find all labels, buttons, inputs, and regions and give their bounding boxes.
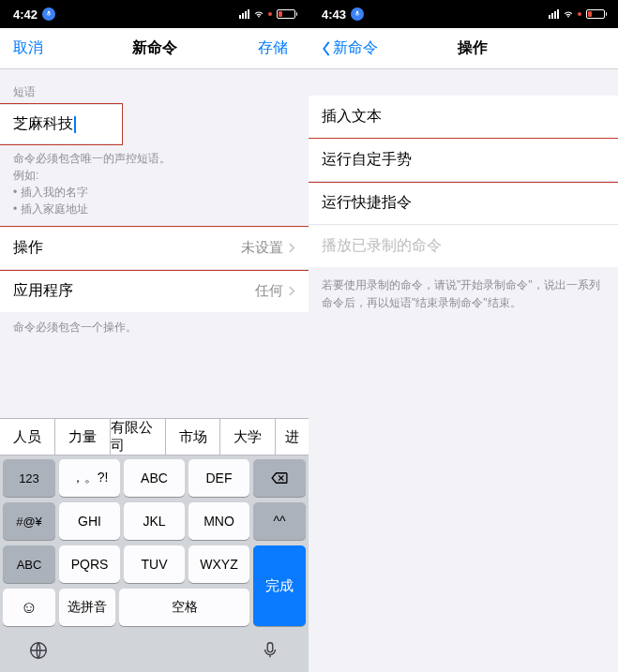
phrase-help-text: 命令必须包含唯一的声控短语。 例如: • 插入我的名字 • 插入家庭地址 xyxy=(0,144,309,219)
recorded-info-text: 若要使用录制的命令，请说"开始录制命令"，说出一系列命令后，再以短语"结束录制命… xyxy=(309,267,618,321)
action-label: 运行快捷指令 xyxy=(322,193,412,213)
application-value-group: 任何 xyxy=(255,282,295,300)
chevron-left-icon xyxy=(322,41,331,56)
action-play-recorded[interactable]: 播放已录制的命令 xyxy=(309,225,618,267)
key-emoji[interactable]: ☺ xyxy=(3,589,55,626)
text-cursor xyxy=(74,116,76,133)
key-caret[interactable]: ^^ xyxy=(253,502,306,540)
key-wxyz[interactable]: WXYZ xyxy=(188,545,249,583)
signal-icon xyxy=(239,9,249,19)
action-value: 未设置 xyxy=(241,239,283,257)
key-space[interactable]: 空格 xyxy=(119,589,249,626)
application-value: 任何 xyxy=(255,282,283,300)
action-run-shortcut[interactable]: 运行快捷指令 xyxy=(309,182,618,225)
key-mno[interactable]: MNO xyxy=(188,502,249,540)
backspace-icon xyxy=(270,471,289,485)
cancel-button[interactable]: 取消 xyxy=(13,38,51,58)
key-backspace[interactable] xyxy=(253,459,306,497)
back-label: 新命令 xyxy=(333,38,378,58)
application-row[interactable]: 应用程序 任何 xyxy=(0,270,309,312)
battery-icon xyxy=(277,9,295,19)
status-time: 4:42 xyxy=(13,7,38,22)
action-list: 插入文本 运行自定手势 运行快捷指令 播放已录制的命令 xyxy=(309,96,618,267)
wifi-icon xyxy=(563,9,574,19)
status-icons xyxy=(239,9,295,19)
save-button[interactable]: 存储 xyxy=(258,38,295,58)
action-row[interactable]: 操作 未设置 xyxy=(0,227,309,270)
action-run-gesture[interactable]: 运行自定手势 xyxy=(309,139,618,182)
status-bar: 4:42 xyxy=(0,0,309,28)
action-insert-text[interactable]: 插入文本 xyxy=(309,96,618,139)
chevron-right-icon xyxy=(289,286,295,296)
status-time-group: 4:42 xyxy=(13,7,55,22)
key-jkl[interactable]: JKL xyxy=(124,502,185,540)
phrase-input-cell[interactable]: 芝麻科技 xyxy=(0,104,122,144)
screen-new-command: 4:42 取消 新命令 存储 短语 芝麻科技 命令必须包含唯一的声控短语。 例如… xyxy=(0,0,309,672)
key-numbers[interactable]: 123 xyxy=(3,459,55,497)
action-label: 运行自定手势 xyxy=(322,150,412,170)
key-punct[interactable]: ，。?! xyxy=(59,459,120,497)
mic-icon[interactable] xyxy=(260,640,280,661)
status-time: 4:43 xyxy=(322,7,346,22)
battery-icon xyxy=(586,9,605,19)
section-label-phrase: 短语 xyxy=(0,69,309,104)
suggestion-item[interactable]: 力量 xyxy=(55,419,111,455)
suggestion-item[interactable]: 有限公司 xyxy=(111,419,166,455)
status-icons xyxy=(549,9,605,19)
low-battery-indicator-icon xyxy=(268,12,272,16)
globe-icon[interactable] xyxy=(28,640,49,661)
key-ghi[interactable]: GHI xyxy=(59,502,120,540)
key-pinyin[interactable]: 选拼音 xyxy=(59,589,115,626)
status-time-group: 4:43 xyxy=(322,7,364,22)
key-tuv[interactable]: TUV xyxy=(124,545,185,583)
action-footer-hint: 命令必须包含一个操作。 xyxy=(0,312,309,343)
key-rows: 123 ，。?! ABC DEF #@¥ GHI JKL MNO ^^ ABC … xyxy=(0,455,309,629)
nav-bar: 取消 新命令 存储 xyxy=(0,28,309,69)
suggestion-item[interactable]: 大学 xyxy=(220,419,276,455)
key-switch-abc[interactable]: ABC xyxy=(3,545,55,583)
action-label: 播放已录制的命令 xyxy=(322,236,442,256)
nav-bar: 新命令 操作 xyxy=(309,28,618,69)
nav-title: 新命令 xyxy=(132,38,177,58)
key-def[interactable]: DEF xyxy=(188,459,249,497)
mic-indicator-icon xyxy=(351,7,364,21)
action-label: 操作 xyxy=(13,238,43,258)
suggestion-item[interactable]: 市场 xyxy=(166,419,221,455)
status-bar: 4:43 xyxy=(309,0,618,28)
content-area: 插入文本 运行自定手势 运行快捷指令 播放已录制的命令 若要使用录制的命令，请说… xyxy=(309,69,618,672)
key-abc[interactable]: ABC xyxy=(124,459,185,497)
suggestion-item[interactable]: 进 xyxy=(276,419,309,455)
suggestion-bar: 人员 力量 有限公司 市场 大学 进 xyxy=(0,418,309,455)
application-label: 应用程序 xyxy=(13,281,73,301)
phrase-input-value: 芝麻科技 xyxy=(13,115,73,131)
key-symbols[interactable]: #@¥ xyxy=(3,502,55,540)
mic-indicator-icon xyxy=(42,7,55,21)
nav-title: 操作 xyxy=(458,38,488,58)
settings-list: 操作 未设置 应用程序 任何 xyxy=(0,227,309,312)
keyboard: 人员 力量 有限公司 市场 大学 进 123 ，。?! ABC DEF #@¥ … xyxy=(0,418,309,672)
key-pqrs[interactable]: PQRS xyxy=(59,545,120,583)
suggestion-item[interactable]: 人员 xyxy=(0,419,55,455)
wifi-icon xyxy=(253,9,264,19)
action-value-group: 未设置 xyxy=(241,239,295,257)
low-battery-indicator-icon xyxy=(578,12,581,16)
content-area: 短语 芝麻科技 命令必须包含唯一的声控短语。 例如: • 插入我的名字 • 插入… xyxy=(0,69,309,418)
back-button[interactable]: 新命令 xyxy=(322,38,378,58)
chevron-right-icon xyxy=(289,243,295,253)
action-label: 插入文本 xyxy=(322,107,382,127)
svg-rect-1 xyxy=(267,643,273,652)
keyboard-bottom-bar xyxy=(0,629,309,672)
screen-action-select: 4:43 新命令 操作 插入文本 运行自定手势 xyxy=(309,0,618,672)
signal-icon xyxy=(549,9,559,19)
